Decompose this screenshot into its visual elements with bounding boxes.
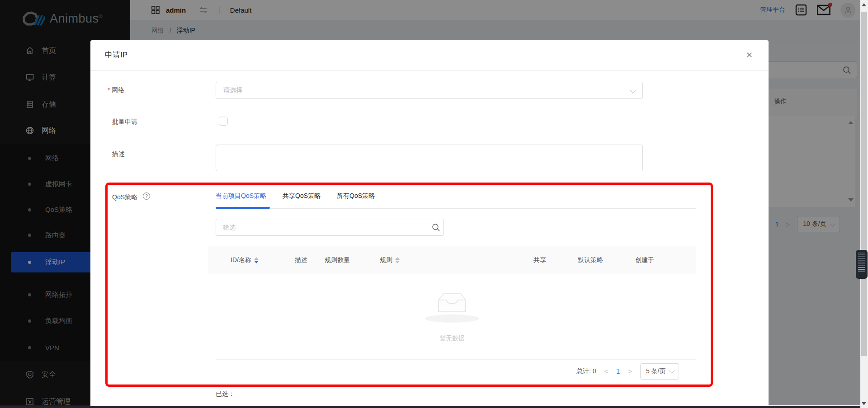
tab-bar-divider (216, 208, 696, 209)
column-default-policy: 默认策略 (578, 256, 635, 264)
column-id-name[interactable]: ID/名称 (231, 256, 295, 264)
column-rule-count: 规则数量 (325, 256, 380, 264)
current-page[interactable]: 1 (616, 368, 620, 375)
prev-page-button[interactable]: < (604, 367, 609, 375)
scrollbar-down-icon[interactable] (862, 402, 866, 405)
modal-title-divider (90, 70, 769, 71)
qos-field-label: QoS策略 (112, 193, 137, 202)
search-icon[interactable] (431, 223, 440, 232)
empty-box-icon (438, 290, 467, 314)
column-label: 规则数量 (325, 256, 350, 264)
qos-pagination: 总计: 0 < 1 > 5 条/页 (576, 363, 679, 380)
column-label: 描述 (295, 256, 307, 264)
batch-field-label: 批量申请 (112, 118, 137, 126)
close-icon[interactable]: ✕ (746, 50, 753, 60)
desc-field-label: 描述 (112, 150, 125, 158)
selected-label: 已选： (216, 390, 235, 398)
qos-filter-input[interactable] (216, 219, 444, 236)
question-circle-icon[interactable]: ? (143, 192, 150, 200)
total-label: 总计: 0 (576, 367, 596, 375)
tab-all-qos[interactable]: 所有QoS策略 (337, 192, 375, 204)
sort-carets-icon[interactable] (254, 257, 259, 263)
empty-text: 暂无数据 (208, 334, 696, 342)
page-size-select[interactable]: 5 条/页 (640, 363, 679, 380)
page-size-value: 5 条/页 (646, 367, 666, 375)
column-created-at: 创建于 (635, 256, 696, 264)
column-label: 创建于 (635, 256, 654, 264)
column-label: 默认策略 (578, 256, 603, 264)
select-placeholder: 请选择 (223, 86, 242, 94)
column-shared: 共享 (533, 256, 578, 264)
qos-tabs: 当前项目QoS策略 共享QoS策略 所有QoS策略 (216, 192, 375, 204)
column-label: 规则 (380, 256, 392, 264)
sort-carets-icon[interactable] (395, 257, 400, 263)
scrollbar-up-icon[interactable] (862, 3, 866, 6)
chevron-down-icon (630, 88, 636, 94)
batch-checkbox[interactable] (219, 117, 228, 126)
total-count: 0 (593, 367, 596, 375)
description-textarea[interactable] (216, 145, 643, 171)
column-label: ID/名称 (231, 256, 251, 264)
required-mark: * (108, 86, 110, 94)
column-rules[interactable]: 规则 (380, 256, 533, 264)
pagination-divider (216, 359, 696, 360)
browser-scrollbar[interactable] (860, 0, 868, 408)
chevron-down-icon (669, 368, 675, 374)
extension-widget[interactable] (856, 250, 868, 279)
window-bottom-edge (0, 406, 860, 408)
network-select[interactable]: 请选择 (216, 82, 643, 99)
empty-shadow (425, 314, 479, 323)
network-field-label: *网络 (108, 86, 124, 94)
modal-title: 申请IP (105, 50, 127, 60)
tab-current-project-qos[interactable]: 当前项目QoS策略 (216, 192, 266, 204)
column-description: 描述 (295, 256, 325, 264)
next-page-button[interactable]: > (628, 367, 632, 375)
scrollbar-thumb[interactable] (861, 12, 867, 356)
empty-state: 暂无数据 (208, 286, 696, 342)
qos-table-header: ID/名称 描述 规则数量 规则 共享 默认策略 创建于 (208, 246, 696, 274)
apply-ip-modal: 申请IP ✕ *网络 请选择 批量申请 描述 QoS策略 ? 当前项目QoS策略… (90, 40, 769, 408)
tab-shared-qos[interactable]: 共享QoS策略 (283, 192, 321, 204)
column-label: 共享 (533, 256, 546, 264)
active-tab-indicator (216, 207, 270, 209)
